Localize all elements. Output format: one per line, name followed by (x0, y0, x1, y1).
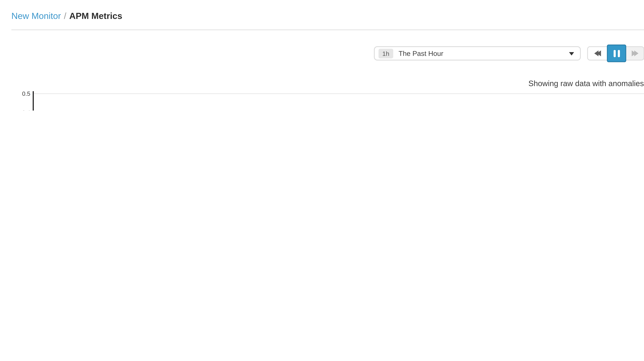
breadcrumb: New Monitor/APM Metrics (11, 11, 122, 21)
breadcrumb-separator: / (64, 11, 66, 20)
page: New Monitor/APM Metrics 1h The Past Hour… (0, 0, 644, 111)
svg-text:0.5: 0.5 (22, 90, 30, 97)
breadcrumb-new-monitor-link[interactable]: New Monitor (11, 11, 61, 20)
timeframe-badge: 1h (378, 48, 393, 58)
pause-icon (613, 50, 616, 57)
caret-down-icon (569, 52, 574, 55)
anomaly-chart-svg: 12:2012:2512:3012:3512:4012:4512:5012:55… (0, 86, 644, 111)
playback-controls (587, 46, 644, 60)
fast-forward-button[interactable] (626, 47, 644, 60)
anomaly-chart-canvas[interactable]: 12:2012:2512:3012:3512:4012:4512:5012:55… (0, 86, 644, 111)
timeframe-label: The Past Hour (398, 49, 443, 57)
rewind-button[interactable] (588, 47, 607, 60)
header-divider (11, 29, 644, 30)
timeframe-select[interactable]: 1h The Past Hour (374, 46, 581, 60)
page-title: APM Metrics (69, 11, 122, 20)
pause-button[interactable] (607, 44, 626, 62)
svg-text:0.4: 0.4 (22, 109, 30, 111)
